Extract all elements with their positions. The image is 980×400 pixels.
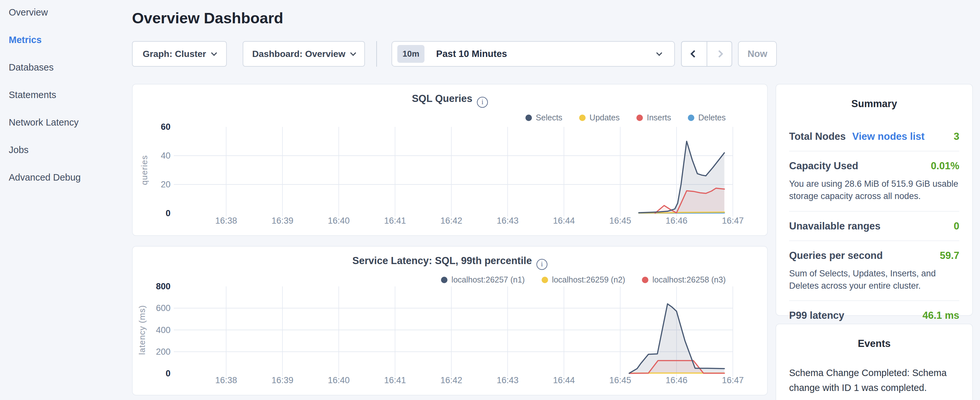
svg-text:16:38: 16:38 bbox=[215, 375, 237, 385]
summary-row: Total NodesView nodes list3 bbox=[789, 122, 959, 151]
sidebar-item-statements[interactable]: Statements bbox=[9, 90, 132, 100]
chevron-down-icon bbox=[656, 50, 662, 56]
svg-text:16:38: 16:38 bbox=[215, 216, 237, 226]
svg-text:16:46: 16:46 bbox=[665, 375, 687, 385]
svg-text:200: 200 bbox=[156, 347, 170, 357]
svg-text:latency (ms): latency (ms) bbox=[137, 305, 147, 355]
svg-text:40: 40 bbox=[161, 151, 170, 161]
time-range-dropdown[interactable]: 10m Past 10 Minutes bbox=[391, 41, 675, 67]
sidebar-item-overview[interactable]: Overview bbox=[9, 7, 132, 18]
svg-text:400: 400 bbox=[156, 325, 170, 335]
graph-dropdown[interactable]: Graph: Cluster bbox=[132, 41, 227, 67]
summary-row-label: P99 latency bbox=[789, 310, 845, 321]
svg-text:16:41: 16:41 bbox=[384, 375, 406, 385]
sidebar-item-databases[interactable]: Databases bbox=[9, 62, 132, 73]
summary-row-subtext: Sum of Selects, Updates, Inserts, and De… bbox=[789, 267, 959, 292]
summary-row-subtext: You are using 28.6 MiB of 515.9 GiB usab… bbox=[789, 178, 959, 202]
svg-text:16:44: 16:44 bbox=[553, 375, 575, 385]
svg-text:60: 60 bbox=[161, 122, 170, 132]
summary-row-value: 3 bbox=[954, 131, 959, 142]
svg-text:800: 800 bbox=[156, 282, 170, 291]
service-latency-plot[interactable]: 16:3816:3916:4016:4116:4216:4316:4416:45… bbox=[133, 247, 768, 396]
now-button[interactable]: Now bbox=[738, 41, 777, 67]
summary-panel: Summary Total NodesView nodes list3Capac… bbox=[776, 84, 973, 316]
svg-text:16:40: 16:40 bbox=[328, 375, 350, 385]
sql-queries-plot[interactable]: 16:3816:3916:4016:4116:4216:4316:4416:45… bbox=[133, 84, 768, 237]
time-range-label: Past 10 Minutes bbox=[436, 49, 507, 59]
svg-text:16:43: 16:43 bbox=[496, 375, 519, 385]
svg-text:16:39: 16:39 bbox=[272, 216, 293, 226]
svg-text:16:46: 16:46 bbox=[665, 216, 687, 226]
summary-row-label: Queries per second bbox=[789, 250, 883, 261]
graph-dropdown-label: Graph: Cluster bbox=[143, 49, 206, 59]
time-step-group bbox=[681, 41, 732, 67]
svg-text:16:44: 16:44 bbox=[553, 216, 575, 226]
svg-text:16:41: 16:41 bbox=[384, 216, 406, 226]
events-list: Schema Change Completed: Schema change w… bbox=[789, 366, 959, 400]
svg-text:16:47: 16:47 bbox=[722, 375, 744, 385]
dashboard-dropdown-label: Dashboard: Overview bbox=[252, 49, 345, 59]
summary-row-value: 59.7 bbox=[940, 250, 959, 261]
summary-row-value: 46.1 ms bbox=[923, 310, 959, 321]
svg-text:20: 20 bbox=[161, 180, 170, 189]
events-panel: Events Schema Change Completed: Schema c… bbox=[776, 324, 973, 400]
controls-divider bbox=[376, 41, 377, 67]
chevron-right-icon bbox=[715, 50, 723, 57]
time-step-back-button[interactable] bbox=[682, 42, 706, 66]
chevron-down-icon bbox=[350, 50, 356, 56]
dashboard-dropdown[interactable]: Dashboard: Overview bbox=[243, 41, 365, 67]
summary-row-value: 0.01% bbox=[931, 160, 959, 172]
main-content: Overview Dashboard Graph: Cluster Dashbo… bbox=[132, 0, 768, 400]
summary-row: Queries per second59.7Sum of Selects, Up… bbox=[789, 241, 959, 301]
summary-row-value: 0 bbox=[954, 220, 959, 232]
svg-text:16:47: 16:47 bbox=[722, 216, 744, 226]
svg-text:0: 0 bbox=[165, 209, 170, 218]
svg-text:16:43: 16:43 bbox=[496, 216, 519, 226]
svg-text:0: 0 bbox=[165, 369, 170, 378]
sidebar-item-metrics[interactable]: Metrics bbox=[9, 35, 132, 45]
time-step-forward-button[interactable] bbox=[706, 42, 732, 66]
view-nodes-list-link[interactable]: View nodes list bbox=[852, 131, 924, 142]
events-title: Events bbox=[789, 334, 959, 352]
svg-text:16:39: 16:39 bbox=[272, 375, 293, 385]
event-item[interactable]: Schema Change Completed: Schema change w… bbox=[789, 366, 959, 400]
summary-row: Unavailable ranges0 bbox=[789, 211, 959, 241]
summary-row-label: Unavailable ranges bbox=[789, 220, 881, 232]
now-button-label: Now bbox=[748, 49, 767, 59]
svg-text:16:42: 16:42 bbox=[440, 216, 462, 226]
summary-row-label: Capacity Used bbox=[789, 160, 858, 172]
chevron-down-icon bbox=[211, 50, 217, 56]
summary-row: Capacity Used0.01%You are using 28.6 MiB… bbox=[789, 151, 959, 211]
event-text: Schema Change Completed: Schema change w… bbox=[789, 366, 959, 395]
summary-title: Summary bbox=[789, 94, 959, 112]
svg-text:queries: queries bbox=[140, 155, 149, 185]
summary-row-label: Total Nodes bbox=[789, 131, 846, 142]
page-title: Overview Dashboard bbox=[132, 9, 283, 27]
summary-rows: Total NodesView nodes list3Capacity Used… bbox=[789, 122, 959, 330]
svg-text:16:40: 16:40 bbox=[328, 216, 350, 226]
sidebar-item-jobs[interactable]: Jobs bbox=[9, 145, 132, 155]
chevron-left-icon bbox=[690, 50, 698, 57]
sql-queries-chart-card: SQL Queriesi SelectsUpdatesInsertsDelete… bbox=[132, 84, 768, 236]
overview-dashboard-page: { "sidebar": { "items": [ {"label": "Ove… bbox=[0, 0, 980, 400]
time-range-badge: 10m bbox=[397, 45, 425, 63]
svg-text:16:45: 16:45 bbox=[609, 216, 631, 226]
sidebar-item-network-latency[interactable]: Network Latency bbox=[9, 117, 132, 128]
sidebar-nav: OverviewMetricsDatabasesStatementsNetwor… bbox=[0, 0, 132, 400]
svg-text:16:45: 16:45 bbox=[609, 375, 631, 385]
sidebar-item-advanced-debug[interactable]: Advanced Debug bbox=[9, 172, 132, 183]
service-latency-chart-card: Service Latency: SQL, 99th percentilei l… bbox=[132, 246, 768, 395]
svg-text:16:42: 16:42 bbox=[440, 375, 462, 385]
svg-text:600: 600 bbox=[156, 303, 170, 313]
